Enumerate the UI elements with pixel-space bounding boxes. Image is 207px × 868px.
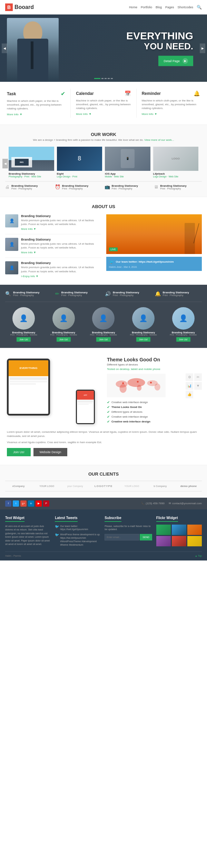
circle-5-join-btn[interactable]: Join Us!: [176, 337, 190, 342]
view-more-link[interactable]: View more of our work...: [144, 138, 174, 142]
feature-list-item-4: ✔ Creative web interface design: [107, 415, 202, 419]
linkedin-icon[interactable]: in: [28, 500, 34, 507]
feature-list-item-2: ✔ Theme Looks Good On: [107, 405, 202, 409]
hero-prev-arrow[interactable]: ◀: [2, 43, 7, 53]
about-us-section: ABOUT US 👤 Branding Stationary Morbi pre…: [0, 197, 207, 285]
dark-item-3: 🔊 Branding Stationary Print · Photograph…: [105, 291, 152, 296]
client-logo-7: demo phone: [175, 485, 202, 488]
about-item-3: 👤 Branding Stationary Morbi premium grav…: [5, 261, 101, 277]
work-slider-prev[interactable]: ◀: [2, 159, 8, 168]
hero-dot-1[interactable]: [94, 78, 100, 79]
detail-page-button[interactable]: Detail Page ▶: [158, 56, 193, 66]
twitter-title: Our team twitter: https://twit.t/get/Ips…: [116, 260, 174, 263]
footer-flickr: Flickr Widget: [156, 516, 202, 547]
circle-4-title: Branding Stationary: [125, 331, 162, 334]
phone-device: APP: [76, 390, 95, 424]
flickr-thumb-6[interactable]: [187, 536, 202, 546]
hero-dot-4[interactable]: [108, 78, 110, 79]
feature-calendar-more[interactable]: More Info ▼: [76, 113, 131, 116]
contact-info: 📞 (123) 456-7890 ✉ contact@youremail.com: [141, 502, 202, 505]
website-design-button[interactable]: Website Design: [33, 448, 68, 456]
circle-4-join-btn[interactable]: Join Us!: [136, 337, 150, 342]
nav-pages[interactable]: Pages: [165, 6, 174, 9]
twitter-date: Hakim-Jose - Mar 4, 2016.: [109, 266, 199, 268]
about-1-desc: Morbi premium gravida justo nec urna ult…: [21, 218, 101, 226]
nav-shortcodes[interactable]: Shortcodes: [177, 6, 193, 9]
circle-item-5: 👤 Branding Stationary Print · Photograph…: [165, 307, 202, 342]
twitter-social-icon[interactable]: t: [13, 500, 19, 507]
footer-subscribe: Subscribe Please, subscribe for e-mail! …: [105, 516, 152, 547]
youtube-icon[interactable]: ▶: [36, 500, 42, 507]
circle-item-4: 👤 Branding Stationary Print · Photograph…: [125, 307, 162, 342]
hero-title-line2: YOU NEED.: [126, 41, 193, 51]
phone-icon: 📞: [141, 502, 145, 505]
settings-icon-box: ⚙: [186, 373, 193, 381]
work-list-item-2[interactable]: ⏰ Branding Stationary Print · Photograph…: [55, 184, 103, 190]
footer-bottom-text: Halim - Parmis: [5, 555, 21, 557]
chart-icon-box: 📊: [186, 382, 193, 390]
clock-icon: ⏰: [55, 184, 60, 189]
about-2-more[interactable]: More Info ▼: [21, 251, 101, 254]
footer-back-to-top[interactable]: ▲ Top: [195, 555, 202, 557]
header: B Booard Home Portfolio Blog Pages Short…: [0, 0, 207, 14]
subscribe-email-input[interactable]: [105, 534, 139, 540]
svg-point-2: [120, 384, 127, 393]
work-item-1[interactable]: IMG Branding Stationary Photography · Pr…: [9, 147, 54, 178]
twitter-box: 🐦 Our team twitter: https://twit.t/get/I…: [106, 257, 202, 271]
work-item-2[interactable]: 8 Eight Logo Design · Print: [57, 147, 102, 178]
join-us-button[interactable]: Join Us!: [7, 448, 31, 456]
work-item-3[interactable]: 📱 iOS App Mobile · Web Site: [105, 147, 150, 178]
googleplus-icon[interactable]: g+: [20, 500, 27, 507]
pinterest-icon[interactable]: P: [43, 500, 49, 507]
logo: B Booard: [5, 3, 34, 11]
feature-list-item-1: ✔ Creative web interface design: [107, 400, 202, 404]
search-icon[interactable]: 🔍: [197, 5, 202, 10]
dark-2-title: Branding Stationary: [61, 291, 88, 294]
social-icons-group: f t g+ in ▶ P: [5, 500, 49, 507]
flickr-thumb-5[interactable]: [172, 536, 186, 546]
flickr-thumb-3[interactable]: [187, 525, 202, 535]
circle-img-1: 👤: [12, 307, 35, 330]
work-list-3-title: Branding Stationary: [112, 184, 138, 187]
work-item-2-sub: Logo Design · Print: [57, 175, 102, 178]
flickr-thumb-1[interactable]: [156, 525, 171, 535]
about-1-more[interactable]: More Info ▼: [21, 227, 101, 231]
nav-portfolio[interactable]: Portfolio: [141, 6, 152, 9]
dark-item-4: 🔔 Branding Stationary Print · Photograph…: [155, 291, 202, 296]
circle-1-join-btn[interactable]: Join Us!: [17, 337, 31, 342]
thumbs-icon-box: 👍: [186, 391, 193, 398]
hero-dot-3[interactable]: [105, 78, 107, 79]
footer-subscribe-text: Please, subscribe for e-mail! Never miss…: [105, 525, 152, 531]
clients-section: OUR CLIENTS eCompany YOUR LOGO your Comp…: [0, 465, 207, 498]
facebook-icon[interactable]: f: [5, 500, 11, 507]
circle-2-join-btn[interactable]: Join Us!: [57, 337, 71, 342]
hero-dot-2[interactable]: [101, 78, 103, 79]
flickr-thumb-4[interactable]: [156, 536, 171, 546]
about-3-more[interactable]: I-Enjoy Info ▼: [21, 275, 101, 278]
nav-home[interactable]: Home: [129, 6, 137, 9]
dark-item-1: 🔍 Branding Stationary Print · Photograph…: [5, 291, 52, 296]
dark-4-sub: Print · Photography: [163, 294, 189, 296]
work-list-item-1[interactable]: 🖨 Branding Stationary Print · Photograph…: [5, 184, 53, 190]
responsive-desc-2: Vivamus ut amet ligula cupidino. Cras an…: [7, 440, 200, 445]
circle-3-join-btn[interactable]: Join Us!: [96, 337, 110, 342]
feature-task-more[interactable]: More Info ▼: [7, 113, 65, 116]
circle-3-sub: Print · Photography · Website: [85, 334, 122, 336]
flickr-thumb-2[interactable]: [172, 525, 186, 535]
work-list-item-3[interactable]: 📺 Branding Stationary Print · Photograph…: [105, 184, 152, 190]
footer-tweets-title: Latest Tweets: [55, 516, 77, 522]
nav-blog[interactable]: Blog: [156, 6, 162, 9]
work-item-4-sub: Logo Design · Web Site: [153, 175, 199, 178]
subscribe-send-button[interactable]: SEND: [140, 534, 152, 540]
feature-task-title: Task: [7, 91, 16, 96]
hero-next-arrow[interactable]: ▶: [200, 43, 205, 53]
work-item-4[interactable]: LOGO Liljeback Logo Design · Web Site: [153, 147, 199, 178]
feature-list: ✔ Creative web interface design ✔ Theme …: [107, 400, 202, 423]
feature-task: Task ✔ Machine in which cloth paper, or …: [5, 89, 70, 118]
responsive-title: Theme Looks Good On: [107, 357, 202, 362]
printer-icon: 🖨: [5, 184, 10, 189]
work-list-item-4[interactable]: 🖥 Branding Stationary Print · Photograph…: [154, 184, 202, 190]
hero-dot-5[interactable]: [111, 78, 113, 79]
about-us-title: ABOUT US: [5, 204, 202, 209]
feature-reminder-more[interactable]: More Info ▼: [142, 113, 200, 116]
